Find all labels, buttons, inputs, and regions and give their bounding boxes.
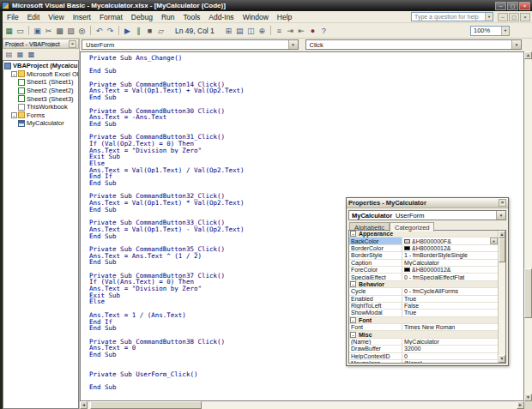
property-value[interactable]: True [402,296,498,302]
property-value[interactable]: True [402,310,498,316]
menu-view[interactable]: View [44,12,68,22]
redo-icon[interactable]: ↷ [105,25,116,36]
scroll-down-icon[interactable]: ▼ [524,394,532,401]
find-icon[interactable]: ◎ [76,25,88,36]
property-row-name[interactable]: (Name)MyCalculator [349,339,498,346]
property-category-misc[interactable]: -Misc [349,331,498,338]
code-line[interactable]: Private Sub CommandButton31_Click() [89,134,523,141]
code-line[interactable] [89,75,523,81]
copy-icon[interactable]: ▩ [54,25,65,36]
menu-addins[interactable]: Add-Ins [204,12,238,22]
code-line[interactable]: End Sub [89,180,523,187]
tree-item-forms[interactable]: -Forms [3,111,78,120]
scroll-left-icon[interactable]: ◄ [80,401,88,409]
menu-edit[interactable]: Edit [23,12,45,22]
menu-help[interactable]: Help [273,12,296,22]
property-row-forecolor[interactable]: ForeColor&H80000012& [349,267,498,274]
tree-item-sheet1[interactable]: Sheet1 (Sheet1) [3,78,78,87]
code-line[interactable] [89,128,523,135]
tree-item-vbaproject[interactable]: VBAProject (Mycalculator [3,62,78,70]
property-row-cycle[interactable]: Cycle0 - fmCycleAllForms [349,288,498,295]
design-mode-icon[interactable]: ▱ [155,25,166,36]
menu-window[interactable]: Window [239,12,273,22]
property-value[interactable]: 32000 [402,346,498,352]
code-line[interactable]: Ans.Text = "Division by Zero" [89,147,523,154]
code-line[interactable]: If (Val(Op2.Text) = 0) Then [89,141,523,147]
code-line[interactable]: End Sub [89,68,523,75]
menu-insert[interactable]: Insert [69,12,95,22]
tree-item-excel-objects[interactable]: -Microsoft Excel Objects [3,70,78,79]
collapse-icon[interactable]: - [350,231,356,237]
toggle-folders-icon[interactable]: ▩ [27,50,36,59]
menu-tools[interactable]: Tools [178,12,204,22]
properties-grid[interactable]: -AppearanceBackColor&H8000000F&▼BorderCo… [349,231,498,363]
code-horizontal-scrollbar[interactable]: ◄ ► [80,401,524,409]
code-line[interactable]: Ans.Text = Val(Op1.Text) + Val(Op2.Text) [89,87,523,94]
code-vertical-scrollbar[interactable]: ▲ ▼ [524,51,532,401]
property-row-font[interactable]: FontTimes New Roman [349,324,498,331]
chevron-down-icon[interactable]: ▼ [511,40,521,49]
object-browser-icon[interactable]: ◫ [245,25,257,36]
project-panel-header[interactable]: Project - VBAProject × [3,39,79,49]
mdi-close-button[interactable]: × [520,13,530,21]
save-icon[interactable]: ▣ [32,25,43,36]
property-value[interactable]: 0 - fmSpecialEffectFlat [402,274,498,280]
code-line[interactable] [89,187,523,194]
property-value[interactable]: &H80000012& [402,267,498,273]
property-row-drawbuffer[interactable]: DrawBuffer32000 [349,346,498,352]
property-value[interactable]: (None) [402,360,498,363]
property-row-mouseicon[interactable]: MouseIcon(None) [349,360,498,363]
help-icon[interactable]: ? [318,25,329,36]
code-line[interactable]: End Sub [89,384,523,391]
menu-format[interactable]: Format [95,12,127,22]
properties-scroll-thumb[interactable] [499,238,505,262]
scroll-right-icon[interactable]: ► [517,401,524,409]
property-row-righttoleft[interactable]: RightToLeftFalse [349,303,498,310]
property-row-borderstyle[interactable]: BorderStyle1 - fmBorderStyleSingle [349,252,498,259]
code-line[interactable]: End Sub [89,121,523,128]
property-value[interactable]: MyCalculator [402,260,498,266]
code-line[interactable]: Ans.Text = Val(Op1.Text) / Val(Op2.Text) [89,167,523,174]
menu-file[interactable]: File [3,12,23,22]
scroll-up-icon[interactable]: ▲ [524,51,532,59]
menu-run[interactable]: Run [157,12,179,22]
maximize-button[interactable]: ▢ [507,2,518,10]
property-value[interactable]: False [402,303,498,309]
property-row-helpcontextid[interactable]: HelpContextID0 [349,353,498,360]
property-category-font[interactable]: -Font [349,317,498,324]
tree-item-thisworkbook[interactable]: ThisWorkbook [3,103,78,111]
toggle-breakpoint-icon[interactable]: ● [307,25,318,36]
code-line[interactable] [89,378,523,385]
property-value[interactable]: Times New Roman [402,324,498,330]
scroll-up-icon[interactable]: ▲ [499,231,505,238]
close-icon[interactable]: × [69,40,76,48]
close-icon[interactable]: × [499,199,506,207]
scroll-down-icon[interactable]: ▼ [499,355,505,363]
title-bar[interactable]: Microsoft Visual Basic - Mycalculator.xl… [0,0,532,11]
property-row-specialeffect[interactable]: SpecialEffect0 - fmSpecialEffectFlat [349,274,498,280]
tree-item-mycalculator[interactable]: MyCalculator [3,119,78,128]
tab-categorized[interactable]: Categorized [390,222,434,232]
property-value[interactable]: &H8000000F&▼ [402,238,498,244]
mdi-restore-button[interactable]: ▢ [509,13,519,21]
property-value[interactable]: 0 - fmCycleAllForms [402,288,498,294]
property-value[interactable]: MyCalculator [402,339,498,345]
collapse-icon[interactable]: - [350,317,356,323]
property-row-bordercolor[interactable]: BorderColor&H80000012& [349,245,498,252]
property-value[interactable]: 1 - fmBorderStyleSingle [402,252,498,258]
code-line[interactable]: Else [89,160,523,167]
code-line[interactable]: Ans.Text = -Ans.Text [89,114,523,121]
chevron-down-icon[interactable]: ▼ [288,40,298,49]
tree-item-sheet2[interactable]: Sheet2 (Sheet2) [3,87,78,95]
property-row-caption[interactable]: CaptionMyCalculator [349,260,498,267]
indent-icon[interactable]: ⇥ [285,25,296,36]
properties-window-icon[interactable]: ▤ [234,25,245,36]
paste-icon[interactable]: ▨ [65,25,76,36]
list-properties-icon[interactable]: ≡ [274,25,285,36]
run-icon[interactable]: ▶ [122,25,133,36]
view-excel-icon[interactable]: ▦ [3,25,15,36]
tree-expander-icon[interactable]: - [11,71,17,77]
property-row-enabled[interactable]: EnabledTrue [349,296,498,303]
code-line[interactable]: Private Sub CommandButton14_Click() [89,81,523,88]
project-explorer-icon[interactable]: ⊞ [223,25,234,36]
